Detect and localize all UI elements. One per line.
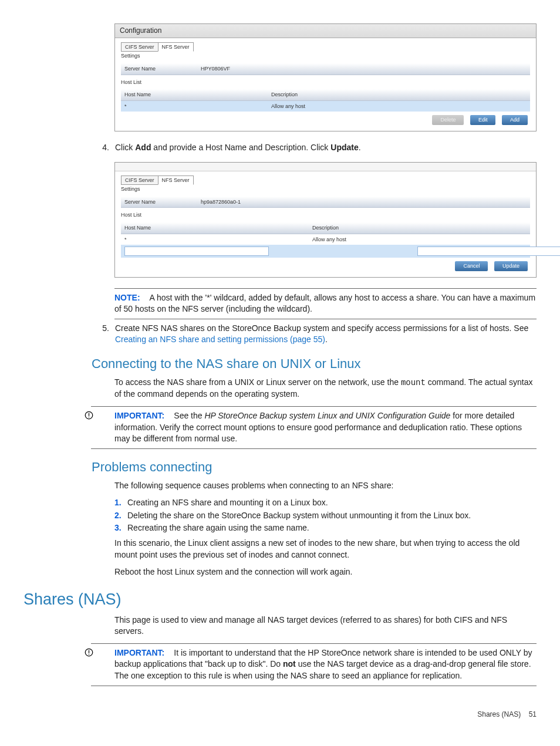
host-desc-cell: Allow any host (312, 236, 346, 244)
important-block-2: IMPORTANT:It is important to understand … (23, 647, 537, 682)
screenshot-nfs-add-host: CIFS ServerNFS Server Settings Server Na… (114, 162, 537, 278)
server-name-label: Server Name (124, 198, 201, 206)
server-name-value: hp9a872860a0-1 (201, 198, 527, 206)
important-icon (23, 410, 114, 420)
important-block: IMPORTANT:See the HP StoreOnce Backup sy… (23, 410, 537, 445)
server-name-row: Server Name HPY0806VF (121, 63, 530, 75)
step-number: 5. (92, 323, 109, 346)
svg-rect-4 (89, 650, 89, 653)
para-problems-2: In this scenario, the Linux client assig… (114, 538, 537, 561)
tab-cifs-server[interactable]: CIFS Server (121, 42, 158, 52)
settings-label: Settings (121, 185, 530, 193)
heading-shares-nas: Shares (NAS) (23, 589, 537, 611)
col-host-name: Host Name (124, 91, 271, 99)
server-name-label: Server Name (124, 65, 201, 73)
tabs: CIFS ServerNFS Server (121, 42, 530, 52)
step-5: 5. Create NFS NAS shares on the StoreOnc… (23, 323, 537, 346)
cancel-button[interactable]: Cancel (455, 261, 488, 271)
host-list-label: Host List (121, 211, 530, 219)
host-name-cell: * (124, 236, 312, 244)
window-title: Configuration (115, 24, 536, 38)
col-description: Description (271, 91, 298, 99)
svg-rect-2 (89, 417, 89, 417)
host-row: * Allow any host (121, 234, 530, 245)
heading-problems-connecting: Problems connecting (92, 458, 537, 477)
important-label: IMPORTANT: (114, 648, 164, 657)
link-creating-nfs-share[interactable]: Creating an NFS share and setting permis… (115, 335, 325, 344)
add-button[interactable]: Add (502, 115, 528, 125)
step-4: 4. Click Add and provide a Host Name and… (23, 142, 537, 154)
edit-button[interactable]: Edit (470, 115, 496, 125)
host-name-input[interactable] (124, 247, 269, 256)
host-row-editing (121, 245, 530, 258)
svg-rect-5 (89, 654, 89, 654)
host-list-header: Host Name Description (121, 222, 530, 234)
para-problems-intro: The following sequence causes problems w… (114, 480, 537, 492)
note-label: NOTE: (114, 293, 140, 302)
host-desc-cell: Allow any host (271, 103, 305, 110)
screenshot-configuration-nfs: Configuration CIFS ServerNFS Server Sett… (114, 23, 537, 131)
server-name-row: Server Name hp9a872860a0-1 (121, 197, 530, 208)
step-number: 4. (92, 142, 109, 154)
tab-nfs-server[interactable]: NFS Server (158, 175, 194, 185)
problems-list: 1.Creating an NFS share and mounting it … (114, 497, 537, 534)
settings-label: Settings (121, 52, 530, 60)
host-list-label: Host List (121, 79, 530, 86)
col-description: Description (312, 224, 339, 232)
tab-cifs-server[interactable]: CIFS Server (121, 175, 158, 185)
svg-rect-1 (89, 413, 89, 416)
host-desc-input[interactable] (417, 247, 560, 256)
important-icon (23, 647, 114, 657)
tab-nfs-server[interactable]: NFS Server (158, 42, 194, 52)
para-problems-3: Reboot the host Linux system and the con… (114, 566, 537, 578)
page-footer: Shares (NAS) 51 (23, 710, 537, 720)
host-name-cell: * (124, 103, 271, 110)
para-shares-intro: This page is used to view and manage all… (114, 615, 537, 637)
heading-connecting-nas: Connecting to the NAS share on UNIX or L… (92, 355, 537, 373)
server-name-value: HPY0806VF (201, 65, 527, 73)
update-button[interactable]: Update (494, 261, 528, 271)
host-row-selected[interactable]: * Allow any host (121, 101, 530, 112)
tabs: CIFS ServerNFS Server (121, 175, 530, 185)
host-list-header: Host Name Description (121, 89, 530, 101)
para-connect: To access the NAS share from a UNIX or L… (114, 377, 537, 400)
col-host-name: Host Name (124, 224, 312, 232)
important-label: IMPORTANT: (114, 411, 164, 420)
delete-button[interactable]: Delete (432, 115, 464, 125)
note-block: NOTE:A host with the '*' wildcard, added… (114, 292, 537, 315)
